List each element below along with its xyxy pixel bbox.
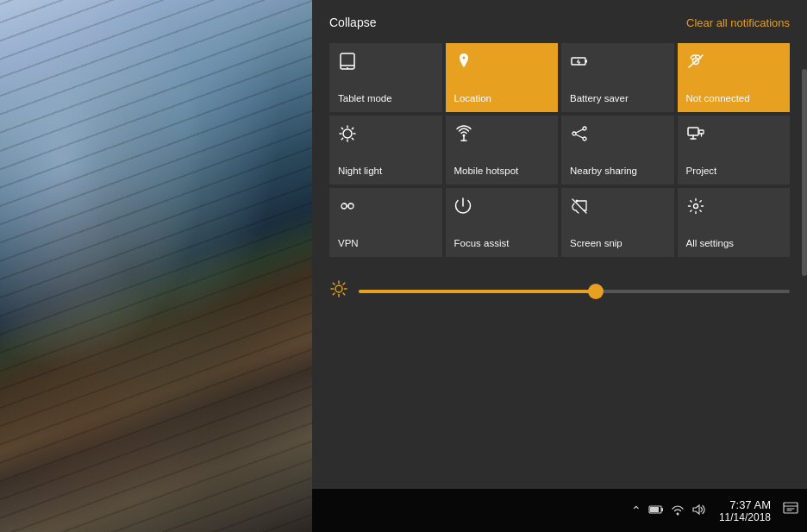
action-center-header: Collapse Clear all notifications: [312, 0, 807, 40]
battery-taskbar-icon: [648, 504, 664, 517]
chevron-up-icon[interactable]: ⌃: [631, 504, 641, 517]
svg-rect-4: [585, 60, 587, 63]
clear-all-button[interactable]: Clear all notifications: [686, 16, 790, 29]
tile-night-light-label: Night light: [338, 166, 382, 178]
brightness-control: [312, 266, 807, 316]
screen-snip-icon: [570, 197, 589, 218]
brightness-icon: [329, 279, 348, 303]
brightness-slider-track[interactable]: [359, 290, 790, 293]
vpn-icon: [338, 197, 357, 218]
collapse-button[interactable]: Collapse: [329, 16, 376, 29]
volume-taskbar-icon: [691, 504, 705, 518]
svg-line-13: [352, 138, 353, 139]
taskbar: ⌃: [312, 489, 807, 532]
focus-assist-icon: [454, 197, 473, 218]
clock-time: 7:37 AM: [729, 498, 771, 511]
svg-point-20: [583, 137, 586, 141]
tile-battery-saver-label: Battery saver: [570, 93, 629, 105]
tile-focus-assist[interactable]: Focus assist: [446, 188, 559, 257]
svg-rect-44: [650, 507, 659, 512]
svg-point-2: [347, 67, 348, 69]
notification-center-icon[interactable]: [783, 502, 798, 519]
svg-point-21: [572, 132, 576, 135]
nearby-sharing-icon: [570, 124, 589, 146]
svg-line-39: [333, 283, 335, 285]
svg-line-12: [341, 128, 342, 128]
brightness-slider-thumb[interactable]: [588, 284, 604, 299]
tile-all-settings[interactable]: All settings: [678, 188, 791, 257]
scrollbar[interactable]: [802, 69, 807, 276]
svg-rect-46: [784, 503, 798, 513]
tablet-mode-icon: [338, 52, 357, 73]
tile-project-label: Project: [686, 166, 717, 178]
svg-line-23: [576, 135, 583, 138]
taskbar-system-icons: ⌃: [631, 498, 798, 523]
clock-display[interactable]: 7:37 AM 11/14/2018: [719, 498, 771, 523]
svg-rect-24: [688, 128, 698, 135]
svg-line-15: [352, 128, 353, 128]
tile-project[interactable]: Project: [678, 116, 791, 185]
quick-actions-grid: Tablet mode Location: [312, 40, 807, 266]
tile-vpn-label: VPN: [338, 238, 359, 250]
clock-date: 11/14/2018: [719, 511, 771, 523]
svg-point-33: [693, 204, 698, 209]
svg-line-14: [341, 138, 342, 139]
svg-line-41: [333, 293, 335, 295]
tile-all-settings-label: All settings: [686, 238, 735, 250]
tile-not-connected-label: Not connected: [686, 93, 750, 105]
svg-point-19: [583, 127, 586, 130]
svg-point-34: [335, 285, 342, 292]
all-settings-icon: [686, 197, 705, 218]
tile-tablet-mode[interactable]: Tablet mode: [329, 43, 442, 112]
tile-location[interactable]: Location: [446, 43, 559, 112]
tile-nearby-sharing-label: Nearby sharing: [570, 166, 637, 178]
tile-battery-saver[interactable]: Battery saver: [561, 43, 674, 112]
tile-mobile-hotspot[interactable]: Mobile hotspot: [446, 116, 559, 185]
night-light-icon: [338, 124, 357, 146]
tile-not-connected[interactable]: Not connected: [678, 43, 791, 112]
battery-saver-icon: [570, 52, 589, 73]
wifi-taskbar-icon: [671, 504, 685, 518]
svg-point-7: [343, 129, 352, 138]
action-center: Collapse Clear all notifications Tablet …: [312, 0, 807, 532]
tile-nearby-sharing[interactable]: Nearby sharing: [561, 116, 674, 185]
action-center-panel: Collapse Clear all notifications Tablet …: [312, 0, 807, 532]
desktop-wallpaper: [0, 0, 312, 532]
tile-night-light[interactable]: Night light: [329, 116, 442, 185]
tile-screen-snip[interactable]: Screen snip: [561, 188, 674, 257]
svg-line-42: [343, 283, 345, 285]
not-connected-icon: [686, 52, 705, 73]
svg-rect-45: [661, 508, 663, 511]
svg-line-40: [343, 293, 345, 295]
tile-location-label: Location: [454, 93, 491, 105]
svg-line-22: [576, 129, 583, 133]
tile-vpn[interactable]: VPN: [329, 188, 442, 257]
location-icon: [454, 52, 473, 73]
tile-focus-assist-label: Focus assist: [454, 238, 510, 250]
mobile-hotspot-icon: [454, 124, 473, 146]
brightness-slider-fill: [359, 290, 596, 293]
project-icon: [686, 124, 705, 146]
tiles-container: Tablet mode Location: [329, 43, 790, 257]
tile-screen-snip-label: Screen snip: [570, 238, 622, 250]
tile-tablet-mode-label: Tablet mode: [338, 93, 392, 105]
svg-point-32: [576, 200, 579, 203]
svg-rect-0: [341, 53, 354, 69]
tile-mobile-hotspot-label: Mobile hotspot: [454, 166, 519, 178]
